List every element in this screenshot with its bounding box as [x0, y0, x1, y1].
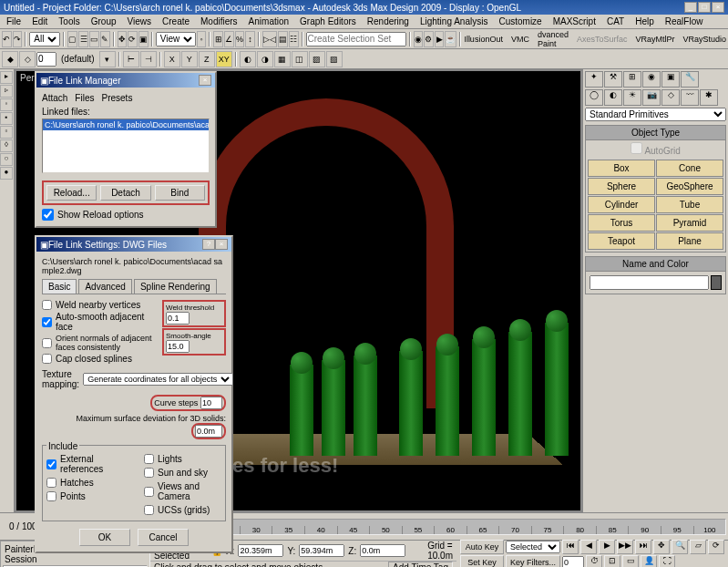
menu-lighting-analysis[interactable]: Lighting Analysis	[415, 15, 493, 27]
create-tab[interactable]: ✦	[585, 71, 603, 88]
geom-tab[interactable]: ◯	[585, 89, 603, 106]
system-tab[interactable]: ✱	[700, 89, 718, 106]
ik-btn[interactable]: ⊢	[123, 51, 139, 67]
menu-help[interactable]: Help	[631, 15, 659, 27]
tube-button[interactable]: Tube	[656, 196, 723, 213]
ok-button[interactable]: OK	[79, 529, 130, 546]
dialog-help-button[interactable]: ?	[202, 239, 215, 250]
xy-plane[interactable]: XY	[216, 51, 232, 67]
spinner-snap[interactable]: ↕	[245, 31, 255, 47]
filter-dropdown[interactable]: All	[29, 32, 60, 46]
color-swatch[interactable]	[711, 275, 722, 290]
nav-walk-button[interactable]: 👤	[641, 555, 657, 567]
select-name[interactable]: ☰	[78, 31, 88, 47]
plugin-item[interactable]: AxesToSurfac	[577, 35, 628, 44]
undo-button[interactable]: ↶	[2, 31, 12, 47]
hierarchy-tab[interactable]: ⊞	[623, 71, 641, 88]
detach-button[interactable]: Detach	[100, 185, 150, 201]
cancel-button[interactable]: Cancel	[138, 529, 189, 546]
misc-btn-5[interactable]: ▨	[309, 51, 325, 67]
menu-file[interactable]: File	[2, 15, 26, 27]
angle-snap[interactable]: ∠	[224, 31, 234, 47]
menu-cat[interactable]: CAT	[602, 15, 629, 27]
motion-tab[interactable]: ◉	[642, 71, 661, 88]
selection-set-input[interactable]	[306, 32, 406, 46]
object-name-input[interactable]	[590, 275, 709, 290]
shape-tab[interactable]: ◐	[604, 89, 622, 106]
max-dev-input[interactable]	[195, 425, 222, 438]
plugin-item[interactable]: VMC	[511, 35, 529, 44]
tab-btn[interactable]: ○	[0, 153, 13, 166]
scale-tool[interactable]: ▣	[138, 31, 149, 47]
list-item[interactable]: C:\Users\arch ronel k. pabico\Documents\…	[43, 119, 209, 130]
menu-animation[interactable]: Animation	[244, 15, 293, 27]
tab-attach[interactable]: Attach	[42, 93, 67, 103]
sunsky-checkbox[interactable]	[144, 468, 154, 478]
menu-customize[interactable]: Customize	[494, 15, 546, 27]
rotate-tool[interactable]: ⟳	[128, 31, 138, 47]
plugin-item[interactable]: VRayStudio	[682, 35, 726, 44]
autosmooth-checkbox[interactable]	[42, 317, 52, 327]
prev-frame-button[interactable]: ◀	[580, 540, 597, 554]
menu-modifiers[interactable]: Modifiers	[196, 15, 242, 27]
tab-basic[interactable]: Basic	[42, 279, 77, 294]
cap-checkbox[interactable]	[42, 354, 52, 364]
tab-btn[interactable]: ◦	[0, 98, 13, 111]
misc-btn-1[interactable]: ◐	[240, 51, 256, 67]
extref-checkbox[interactable]	[46, 459, 56, 469]
x-axis[interactable]: X	[164, 51, 180, 67]
z-axis[interactable]: Z	[199, 51, 215, 67]
plugin-item[interactable]: dvanced Paint	[538, 30, 569, 48]
render-frame[interactable]: ▶	[435, 31, 445, 47]
modify-tab[interactable]: ⚒	[604, 71, 622, 88]
align-button[interactable]: ▤	[278, 31, 288, 47]
time-tag-button[interactable]: Add Time Tag	[388, 562, 453, 567]
next-frame-button[interactable]: ▶▶	[617, 540, 633, 554]
play-button[interactable]: ▶	[599, 540, 615, 554]
material-editor[interactable]: ◉	[414, 31, 424, 47]
nav-region-button[interactable]: ▭	[622, 555, 639, 567]
linked-files-list[interactable]: C:\Users\arch ronel k. pabico\Documents\…	[42, 119, 210, 173]
orient-checkbox[interactable]	[42, 338, 52, 348]
menu-views[interactable]: Views	[123, 15, 157, 27]
select-tool[interactable]: ▢	[67, 31, 77, 47]
misc-btn-2[interactable]: ◑	[257, 51, 273, 67]
minimize-button[interactable]: _	[684, 2, 697, 13]
nav-pan-button[interactable]: ✥	[653, 540, 670, 554]
menu-rendering[interactable]: Rendering	[363, 15, 414, 27]
pivot-button[interactable]: ◦	[197, 31, 207, 47]
menu-group[interactable]: Group	[87, 15, 121, 27]
camera-tab[interactable]: 📷	[642, 89, 661, 106]
keymode-btn[interactable]: ▾	[99, 51, 116, 67]
tab-spline[interactable]: Spline Rendering	[134, 279, 217, 294]
time-config-button[interactable]: ⏱	[586, 555, 602, 567]
tab-files[interactable]: Files	[75, 93, 94, 103]
dialog-close-button[interactable]: ×	[199, 75, 211, 86]
primitive-type-dropdown[interactable]: Standard Primitives	[585, 108, 726, 121]
geosphere-button[interactable]: GeoSphere	[656, 178, 723, 195]
select-region[interactable]: ▭	[89, 31, 99, 47]
mirror-button[interactable]: ▷◁	[262, 31, 277, 47]
keyfilters-button[interactable]: Key Filters...	[506, 555, 560, 567]
display-tab[interactable]: ▣	[661, 71, 680, 88]
menu-tools[interactable]: Tools	[54, 15, 84, 27]
tab-btn[interactable]: ▫	[0, 126, 13, 139]
keyframe-off-btn[interactable]: ◇	[19, 51, 36, 67]
nav-fov-button[interactable]: ▱	[690, 540, 706, 554]
move-tool[interactable]: ✥	[118, 31, 128, 47]
tab-btn[interactable]: ▪	[0, 112, 13, 125]
nav-zoom-button[interactable]: 🔍	[672, 540, 688, 554]
goto-end-button[interactable]: ⏭	[635, 540, 651, 554]
menu-realflow[interactable]: RealFlow	[661, 15, 708, 27]
lights-checkbox[interactable]	[144, 454, 154, 464]
nav-orbit-button[interactable]: ⟳	[708, 540, 724, 554]
tab-presets[interactable]: Presets	[101, 93, 132, 103]
dialog-close-button[interactable]: ×	[215, 239, 228, 250]
teapot-button[interactable]: Teapot	[588, 232, 655, 250]
points-checkbox[interactable]	[46, 491, 56, 501]
misc-btn-3[interactable]: ▦	[274, 51, 291, 67]
box-button[interactable]: Box	[588, 160, 655, 177]
texture-dropdown[interactable]: Generate coordinates for all objects	[83, 373, 233, 386]
menu-edit[interactable]: Edit	[27, 15, 52, 27]
helper-tab[interactable]: ◇	[661, 89, 680, 106]
